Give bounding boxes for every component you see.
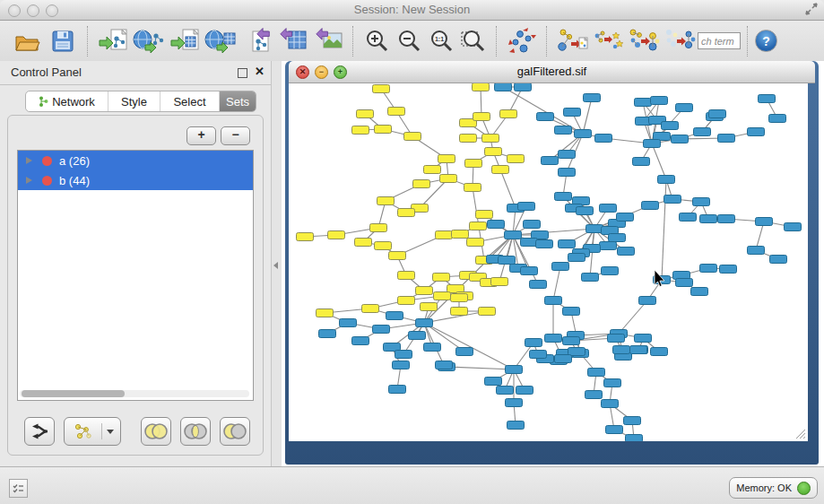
tab-network[interactable]: Network (26, 91, 108, 111)
window-title: Session: New Session (0, 3, 824, 16)
graph-node (584, 94, 601, 102)
graph-node (465, 160, 482, 168)
graph-node (748, 128, 765, 136)
graph-node (769, 115, 786, 123)
import-table-from-web-icon[interactable] (203, 24, 239, 58)
new-network-hide-unselected-icon[interactable] (662, 24, 698, 58)
open-file-icon[interactable] (9, 24, 45, 58)
graph-node (404, 133, 421, 141)
status-bar: Memory: OK (0, 466, 824, 504)
resize-grip-icon[interactable] (794, 427, 806, 439)
memory-status-button[interactable]: Memory: OK (729, 477, 818, 499)
new-network-selected-nodes-icon[interactable] (626, 24, 662, 58)
fullscreen-icon[interactable] (804, 3, 819, 16)
add-set-button[interactable]: + (186, 126, 216, 145)
split-sets-button[interactable] (24, 417, 55, 446)
expander-icon[interactable] (26, 157, 32, 164)
save-session-icon[interactable] (45, 24, 81, 58)
close-panel-icon[interactable]: ✕ (255, 65, 265, 78)
export-network-icon[interactable] (239, 24, 274, 58)
graph-node (433, 274, 450, 282)
tab-style[interactable]: Style (108, 91, 160, 111)
task-history-button[interactable] (9, 479, 28, 498)
graph-node (395, 351, 412, 359)
remove-set-button[interactable]: − (221, 126, 250, 145)
import-table-from-file-icon[interactable] (167, 24, 203, 58)
search-input[interactable]: ch term (698, 32, 741, 49)
sets-list[interactable]: a (26) b (44) (17, 150, 254, 401)
export-image-icon[interactable] (310, 24, 346, 58)
toolbar-separator (747, 26, 749, 56)
graph-node (436, 231, 453, 239)
graph-node (602, 267, 619, 275)
graph-node (759, 95, 776, 103)
network-frame[interactable]: ✕ − + galFiltered.sif (285, 61, 819, 465)
network-view[interactable] (289, 83, 808, 441)
new-network-from-selection-file-icon[interactable] (554, 24, 590, 58)
window-titlebar[interactable]: Session: New Session (0, 0, 824, 21)
zoom-out-icon[interactable] (393, 24, 425, 58)
graph-node (626, 435, 643, 442)
graph-node (507, 421, 525, 430)
graph-node (676, 279, 693, 287)
graph-node (785, 223, 802, 231)
help-icon[interactable]: ? (755, 30, 777, 52)
export-table-icon[interactable] (274, 24, 310, 58)
toolbar-separator (496, 26, 498, 56)
graph-node (609, 234, 626, 242)
network-desktop: ✕ − + galFiltered.sif (282, 61, 824, 466)
venn-intersection-button[interactable] (180, 417, 211, 446)
graph-node (770, 256, 787, 264)
create-set-menu-button[interactable] (64, 417, 121, 446)
graph-node (639, 297, 656, 305)
venn-difference-button[interactable] (220, 417, 250, 446)
graph-node (460, 135, 477, 143)
graph-node (488, 221, 505, 229)
venn-union-button[interactable] (141, 417, 171, 446)
tab-sets[interactable]: Sets (220, 91, 256, 111)
expander-icon[interactable] (26, 177, 32, 184)
graph-node (651, 348, 668, 356)
graph-node (658, 176, 675, 184)
float-panel-icon[interactable] (238, 68, 247, 78)
graph-node (319, 330, 336, 338)
graph-node (495, 83, 512, 91)
import-network-from-web-icon[interactable] (131, 24, 167, 58)
graph-node (559, 151, 576, 159)
list-item-set-b[interactable]: b (44) (18, 170, 253, 190)
zoom-fit-selected-icon[interactable] (457, 24, 490, 58)
graph-node (500, 110, 517, 118)
graph-node (398, 272, 415, 280)
graph-node (577, 207, 594, 215)
set-dot-icon (42, 176, 52, 186)
network-frame-title: galFiltered.sif (289, 65, 815, 78)
graph-node (355, 239, 372, 247)
clone-network-icon[interactable] (590, 24, 626, 58)
import-network-from-file-icon[interactable] (95, 24, 131, 58)
network-frame-titlebar[interactable]: ✕ − + galFiltered.sif (289, 61, 815, 83)
toolbar-separator (546, 26, 548, 56)
graph-node (537, 113, 554, 121)
dropdown-caret-icon[interactable] (107, 430, 114, 434)
application-window: { "window": { "title": "Session: New Ses… (0, 0, 824, 504)
graph-node (617, 213, 634, 222)
graph-node (545, 335, 562, 343)
collapse-arrow-icon[interactable] (273, 262, 278, 269)
apply-layout-icon[interactable] (504, 24, 540, 58)
scrollbar-thumb[interactable] (22, 390, 125, 397)
graph-node (700, 265, 717, 273)
zoom-in-icon[interactable] (360, 24, 393, 58)
graph-node (362, 305, 379, 313)
list-item-set-a[interactable]: a (26) (18, 151, 253, 170)
set-label: b (44) (59, 174, 90, 187)
horizontal-scrollbar[interactable] (20, 390, 249, 397)
graph-node (440, 175, 457, 183)
venn-intersection-icon (183, 422, 208, 440)
nodes-layer (297, 83, 802, 441)
network-canvas[interactable] (289, 83, 808, 441)
tab-select[interactable]: Select (160, 91, 220, 111)
zoom-actual-size-icon[interactable]: 1:1 (425, 24, 457, 58)
graph-node (317, 309, 334, 317)
graph-node (357, 110, 374, 118)
graph-node (748, 247, 765, 255)
